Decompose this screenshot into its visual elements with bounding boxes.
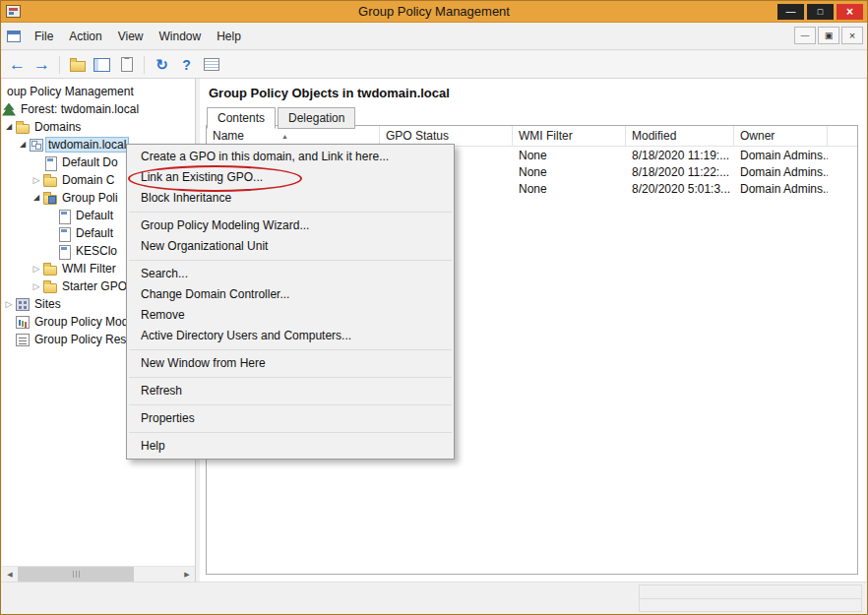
tree-item-label: Domain C — [60, 173, 116, 187]
tree-item-label: Group Policy Resu — [32, 333, 135, 346]
menu-separator — [129, 377, 452, 378]
context-menu-item-help[interactable]: Help — [127, 436, 454, 457]
menu-file[interactable]: File — [27, 25, 61, 48]
collapsed-arrow-icon[interactable]: ▷ — [30, 176, 43, 185]
menu-separator — [129, 212, 452, 213]
tree-item-label: Sites — [32, 297, 63, 311]
toolbar-icons — [6, 54, 222, 75]
menu-separator — [129, 349, 452, 350]
folder-icon — [43, 266, 57, 276]
column-header-modified[interactable]: Modified — [626, 126, 734, 146]
scroll-right-icon[interactable] — [179, 567, 195, 582]
help-icon[interactable] — [175, 54, 198, 75]
context-menu-item-search[interactable]: Search... — [127, 264, 454, 284]
window-minimize-button[interactable]: — — [777, 4, 804, 20]
child-window-controls: —▣× — [794, 27, 863, 44]
tree-item-label: Default — [74, 209, 115, 222]
menu-view[interactable]: View — [110, 25, 152, 48]
context-menu-item-properties[interactable]: Properties — [127, 408, 454, 429]
tree-item-label: Domains — [32, 120, 83, 134]
cell: 8/18/2020 11:22:... — [626, 163, 734, 180]
menu-action[interactable]: Action — [61, 25, 109, 48]
cell: None — [513, 147, 626, 163]
expanded-arrow-icon[interactable]: ◢ — [30, 194, 43, 202]
menu-separator — [129, 260, 452, 261]
context-menu-item-group-policy-modeling-wizard[interactable]: Group Policy Modeling Wizard... — [127, 215, 454, 236]
cell: None — [513, 180, 626, 197]
tab-delegation[interactable]: Delegation — [278, 107, 355, 129]
forward-icon[interactable] — [31, 54, 53, 75]
cell: 8/20/2020 5:01:3... — [626, 180, 734, 197]
context-menu-item-new-window-from-here[interactable]: New Window from Here — [127, 353, 454, 374]
scrollbar-track[interactable] — [134, 567, 179, 582]
context-menu-item-refresh[interactable]: Refresh — [127, 381, 454, 401]
menu-bar-items: FileActionViewWindowHelp — [27, 25, 249, 48]
cell: 8/18/2020 11:19:... — [626, 147, 734, 163]
results-pane-title: Group Policy Objects in twdomain.local — [209, 86, 450, 100]
toolbar — [1, 51, 867, 79]
tree-item-forest-twdomain-local[interactable]: Forest: twdomain.local — [2, 100, 195, 118]
menu-window[interactable]: Window — [152, 25, 210, 48]
up-one-level-icon[interactable] — [66, 54, 89, 75]
collapsed-arrow-icon[interactable]: ▷ — [30, 265, 43, 274]
column-header-wmi-filter[interactable]: WMI Filter — [513, 126, 626, 146]
gpo-icon — [57, 210, 71, 222]
column-header-name[interactable]: Name▲ — [207, 126, 380, 146]
context-menu-item-change-domain-controller[interactable]: Change Domain Controller... — [127, 284, 454, 305]
title-bar[interactable]: Group Policy Management —□× — [1, 1, 867, 23]
menu-bar: FileActionViewWindowHelp —▣× — [1, 23, 867, 50]
tab-strip: ContentsDelegation — [207, 106, 357, 128]
console-close-button[interactable]: × — [841, 27, 863, 44]
cell: Domain Admins... — [734, 180, 828, 197]
context-menu-item-block-inheritance[interactable]: Block Inheritance — [127, 188, 454, 209]
tree-item-label: Default — [74, 226, 115, 240]
group-policy-management-window: Group Policy Management —□× FileActionVi… — [0, 0, 868, 615]
context-menu-item-create-a-gpo-in-this-domain-and-link-it-here[interactable]: Create a GPO in this domain, and Link it… — [127, 147, 454, 167]
tree-item-label: Starter GPO — [60, 279, 129, 293]
scrollbar-thumb[interactable] — [18, 567, 134, 582]
menu-separator — [129, 404, 452, 405]
context-menu-item-remove[interactable]: Remove — [127, 305, 454, 326]
collapsed-arrow-icon[interactable]: ▷ — [30, 282, 43, 291]
column-header-gpo-status[interactable]: GPO Status — [380, 126, 513, 146]
show-console-tree-icon[interactable] — [91, 54, 113, 75]
cell: Domain Admins... — [734, 147, 828, 163]
cell: Domain Admins... — [734, 163, 828, 180]
tab-contents[interactable]: Contents — [207, 107, 276, 129]
context-menu-item-new-organizational-unit[interactable]: New Organizational Unit — [127, 236, 454, 257]
console-minimize-button[interactable]: — — [794, 27, 816, 44]
tree-item-domains[interactable]: ◢Domains — [2, 118, 195, 136]
sites-icon — [16, 298, 30, 311]
cell — [828, 147, 857, 163]
expanded-arrow-icon[interactable]: ◢ — [2, 123, 16, 131]
gpo-icon — [57, 227, 71, 240]
folder-icon — [43, 283, 57, 293]
context-menu-item-link-an-existing-gpo[interactable]: Link an Existing GPO... — [127, 167, 454, 188]
copy-icon[interactable] — [115, 54, 138, 75]
domain-icon — [30, 139, 43, 152]
window-close-button[interactable]: × — [837, 4, 863, 20]
console-restore-button[interactable]: ▣ — [818, 27, 839, 44]
menu-help[interactable]: Help — [209, 25, 249, 48]
expanded-arrow-icon[interactable]: ◢ — [16, 141, 30, 149]
tree-item-label: Group Policy Mod — [32, 315, 130, 329]
refresh-icon[interactable] — [151, 54, 173, 75]
collapsed-arrow-icon[interactable]: ▷ — [2, 300, 16, 309]
tree-item-label: twdomain.local — [46, 138, 128, 152]
folder-icon — [16, 124, 30, 134]
context-menu-item-active-directory-users-and-computers[interactable]: Active Directory Users and Computers... — [127, 326, 454, 346]
status-panel — [639, 584, 862, 612]
scroll-left-icon[interactable] — [2, 567, 18, 582]
tree-item-oup-policy-management[interactable]: oup Policy Management — [2, 83, 195, 100]
tree-horizontal-scrollbar[interactable] — [2, 566, 195, 582]
tree-item-label: oup Policy Management — [5, 85, 136, 98]
gpo-link-icon — [43, 156, 57, 169]
window-maximize-button[interactable]: □ — [807, 4, 834, 20]
column-header-owner[interactable]: Owner — [734, 126, 828, 146]
cell — [828, 180, 857, 197]
folder-gpo-icon — [43, 195, 57, 205]
back-icon[interactable] — [6, 54, 29, 75]
export-list-icon[interactable] — [200, 54, 222, 75]
menu-separator — [129, 432, 452, 433]
sort-ascending-icon: ▲ — [281, 133, 288, 140]
